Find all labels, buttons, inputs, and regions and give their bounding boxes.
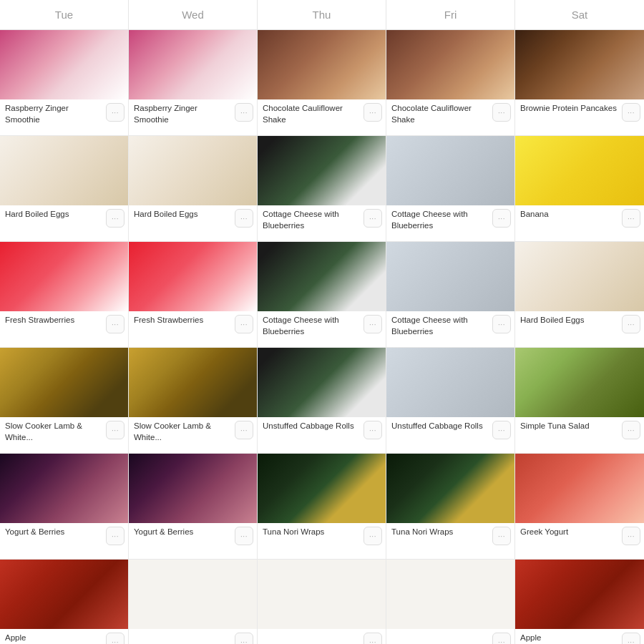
meal-cell: Hard Boiled Eggs··· <box>129 136 258 242</box>
meal-menu-button[interactable]: ··· <box>235 421 253 439</box>
meal-cell: Greek Yogurt··· <box>515 454 644 560</box>
meal-image <box>258 136 386 205</box>
meal-menu-button[interactable]: ··· <box>622 315 640 333</box>
meal-footer: Raspberry Zinger Smoothie··· <box>129 99 257 135</box>
meal-menu-button[interactable]: ··· <box>106 103 125 122</box>
meal-title: Unstuffed Cabbage Rolls <box>263 421 364 432</box>
meal-menu-button[interactable]: ··· <box>106 315 125 333</box>
meal-menu-button[interactable]: ··· <box>364 315 382 333</box>
meal-cell: Simple Tuna Salad··· <box>515 348 644 454</box>
meal-menu-button[interactable]: ··· <box>622 633 640 644</box>
meal-footer: Apple··· <box>0 629 128 644</box>
meal-image <box>515 242 644 311</box>
meal-cell: Cottage Cheese with Blueberries··· <box>258 242 386 348</box>
meal-menu-button[interactable]: ··· <box>492 103 511 122</box>
meal-image <box>129 348 257 417</box>
meal-cell: Cottage Cheese with Blueberries··· <box>258 136 386 242</box>
meal-menu-button[interactable]: ··· <box>364 527 382 545</box>
meal-menu-button[interactable]: ··· <box>622 209 640 228</box>
header-row: TueWedThuFriSat <box>0 0 644 30</box>
meal-footer: Fresh Strawberries··· <box>129 311 257 347</box>
meal-menu-button[interactable]: ··· <box>235 209 253 228</box>
meal-footer: ··· <box>129 629 257 644</box>
meal-grid: Raspberry Zinger Smoothie···Raspberry Zi… <box>0 30 644 644</box>
meal-title: Greek Yogurt <box>520 527 622 538</box>
meal-image <box>129 454 257 523</box>
meal-menu-button[interactable]: ··· <box>492 421 511 439</box>
meal-title: Tuna Nori Wraps <box>391 527 492 538</box>
column-header-wed: Wed <box>129 0 258 30</box>
meal-footer: Hard Boiled Eggs··· <box>0 205 128 241</box>
meal-image <box>0 348 128 417</box>
meal-title: Yogurt & Berries <box>134 527 235 538</box>
meal-menu-button[interactable]: ··· <box>235 527 253 545</box>
meal-cell: Yogurt & Berries··· <box>0 454 129 560</box>
meal-image <box>386 454 514 523</box>
meal-cell: ··· <box>129 560 258 644</box>
meal-title: Hard Boiled Eggs <box>5 209 106 220</box>
meal-title: Cottage Cheese with Blueberries <box>391 209 492 231</box>
meal-menu-button[interactable]: ··· <box>492 527 511 545</box>
meal-cell: Yogurt & Berries··· <box>129 454 258 560</box>
meal-footer: Cottage Cheese with Blueberries··· <box>386 311 514 347</box>
column-header-tue: Tue <box>0 0 129 30</box>
meal-cell: Apple··· <box>515 560 644 644</box>
meal-footer: Cottage Cheese with Blueberries··· <box>258 205 386 241</box>
meal-menu-button[interactable]: ··· <box>364 633 382 644</box>
meal-image <box>515 348 644 417</box>
meal-image <box>515 30 644 99</box>
meal-menu-button[interactable]: ··· <box>235 103 253 122</box>
meal-image <box>515 454 644 523</box>
meal-image <box>258 30 386 99</box>
meal-menu-button[interactable]: ··· <box>364 421 382 439</box>
meal-footer: Chocolate Cauliflower Shake··· <box>386 99 514 135</box>
meal-title: Cottage Cheese with Blueberries <box>263 315 364 337</box>
meal-cell: Apple··· <box>0 560 129 644</box>
meal-title: Slow Cooker Lamb & White... <box>134 421 235 443</box>
meal-menu-button[interactable]: ··· <box>492 633 511 644</box>
meal-image <box>386 30 514 99</box>
meal-menu-button[interactable]: ··· <box>235 315 253 333</box>
meal-image <box>129 136 257 205</box>
meal-title: Chocolate Cauliflower Shake <box>263 103 364 125</box>
meal-image <box>258 454 386 523</box>
meal-image <box>0 454 128 523</box>
meal-footer: Unstuffed Cabbage Rolls··· <box>386 417 514 453</box>
meal-cell: Unstuffed Cabbage Rolls··· <box>386 348 515 454</box>
meal-footer: Tuna Nori Wraps··· <box>258 523 386 559</box>
meal-menu-button[interactable]: ··· <box>622 527 640 545</box>
meal-menu-button[interactable]: ··· <box>235 633 253 644</box>
meal-menu-button[interactable]: ··· <box>492 315 511 333</box>
meal-menu-button[interactable]: ··· <box>622 421 640 439</box>
meal-menu-button[interactable]: ··· <box>106 633 125 644</box>
calendar-container: TueWedThuFriSat Raspberry Zinger Smoothi… <box>0 0 644 644</box>
meal-cell: Raspberry Zinger Smoothie··· <box>0 30 129 136</box>
meal-title: Tuna Nori Wraps <box>263 527 364 538</box>
meal-footer: Yogurt & Berries··· <box>129 523 257 559</box>
meal-menu-button[interactable]: ··· <box>106 421 125 439</box>
meal-image <box>386 560 514 629</box>
meal-image <box>0 560 128 629</box>
meal-title: Brownie Protein Pancakes <box>520 103 622 114</box>
meal-menu-button[interactable]: ··· <box>106 209 125 228</box>
meal-menu-button[interactable]: ··· <box>622 103 640 122</box>
meal-cell: ··· <box>258 560 386 644</box>
meal-menu-button[interactable]: ··· <box>364 209 382 228</box>
meal-footer: Yogurt & Berries··· <box>0 523 128 559</box>
meal-footer: Tuna Nori Wraps··· <box>386 523 514 559</box>
meal-cell: Cottage Cheese with Blueberries··· <box>386 136 515 242</box>
meal-footer: Raspberry Zinger Smoothie··· <box>0 99 128 135</box>
meal-menu-button[interactable]: ··· <box>106 527 125 545</box>
meal-title: Simple Tuna Salad <box>520 421 622 432</box>
meal-cell: Fresh Strawberries··· <box>129 242 258 348</box>
meal-menu-button[interactable]: ··· <box>492 209 511 228</box>
meal-footer: Brownie Protein Pancakes··· <box>515 99 644 135</box>
meal-menu-button[interactable]: ··· <box>364 103 382 122</box>
meal-image <box>258 348 386 417</box>
meal-footer: Banana··· <box>515 205 644 241</box>
meal-title: Apple <box>5 633 106 644</box>
meal-footer: Hard Boiled Eggs··· <box>129 205 257 241</box>
column-header-fri: Fri <box>386 0 515 30</box>
meal-title: Fresh Strawberries <box>5 315 106 326</box>
meal-cell: Tuna Nori Wraps··· <box>258 454 386 560</box>
